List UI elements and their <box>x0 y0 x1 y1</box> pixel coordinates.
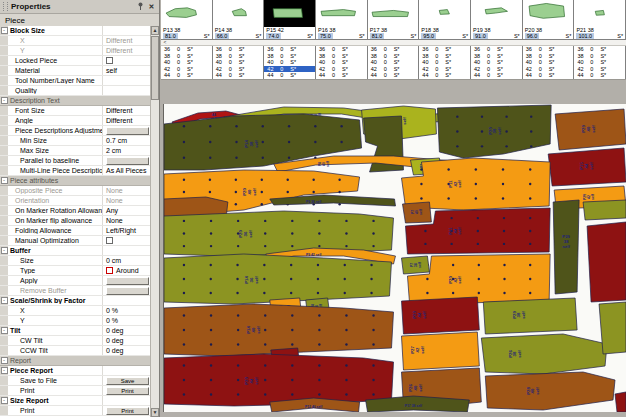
property-value[interactable]: Different <box>102 36 150 45</box>
size-row[interactable]: 360S* <box>213 46 264 53</box>
size-row[interactable]: 400S* <box>213 59 264 66</box>
property-value[interactable]: 0 cm <box>102 256 150 265</box>
piece-thumbnail[interactable]: P21 38101.0S* <box>574 0 626 39</box>
size-row[interactable]: 380S* <box>574 53 625 60</box>
size-row[interactable]: 360S* <box>161 46 212 53</box>
size-row[interactable]: 380S* <box>264 53 315 60</box>
property-value[interactable]: Different <box>102 106 150 115</box>
property-row[interactable]: Tool Number/Layer Name <box>0 76 150 86</box>
pin-icon[interactable] <box>136 2 145 11</box>
size-row[interactable]: 400S* <box>574 59 625 66</box>
collapse-icon[interactable]: - <box>1 297 8 304</box>
property-category-row[interactable]: -Piece attributes <box>0 176 150 186</box>
collapse-icon[interactable]: - <box>1 247 8 254</box>
size-row[interactable]: 380S* <box>316 53 367 60</box>
size-row[interactable]: 360S* <box>574 46 625 53</box>
size-row[interactable]: 420S* <box>368 66 419 73</box>
property-row[interactable]: Min Size0.7 cm <box>0 136 150 146</box>
size-row[interactable]: 360S* <box>419 46 470 53</box>
collapse-icon[interactable]: - <box>1 97 8 104</box>
marker-piece[interactable] <box>481 334 607 374</box>
size-row[interactable]: 440S* <box>419 72 470 79</box>
marker-piece[interactable] <box>615 392 626 412</box>
collapse-icon[interactable]: - <box>1 397 8 404</box>
collapse-icon[interactable]: - <box>1 27 8 34</box>
size-row[interactable]: 380S* <box>523 53 574 60</box>
scroll-left-button[interactable]: < <box>161 40 169 45</box>
collapse-icon[interactable]: - <box>1 177 8 184</box>
size-row[interactable]: 420S* <box>523 66 574 73</box>
size-row[interactable]: 360S* <box>316 46 367 53</box>
property-row[interactable]: PrintPrint <box>0 406 150 416</box>
property-group-row[interactable]: -Scale/Shrink by Factor <box>0 296 150 306</box>
property-value[interactable]: As All Pieces <box>102 166 150 175</box>
size-row[interactable]: 360S* <box>368 46 419 53</box>
size-row[interactable]: 400S* <box>368 59 419 66</box>
size-row[interactable]: 440S* <box>316 72 367 79</box>
property-row[interactable]: XDifferent <box>0 36 150 46</box>
piece-thumbnail[interactable]: P18 3895.0S* <box>419 0 471 39</box>
dock-grip[interactable] <box>3 2 8 11</box>
property-category-row[interactable]: -Report <box>0 356 150 366</box>
marker-piece[interactable] <box>164 211 394 256</box>
property-value[interactable]: Left/Right <box>102 226 150 235</box>
checkbox[interactable] <box>106 267 113 274</box>
property-value[interactable] <box>102 126 150 135</box>
property-group-row[interactable]: -Block Size <box>0 26 150 36</box>
property-value[interactable] <box>102 296 150 305</box>
property-row[interactable]: Font SizeDifferent <box>0 106 150 116</box>
property-value[interactable]: 0 deg <box>102 326 150 335</box>
property-value[interactable] <box>102 276 150 285</box>
property-value[interactable]: None <box>102 186 150 195</box>
collapse-icon[interactable]: - <box>1 367 8 374</box>
property-row[interactable]: CW Tilt0 deg <box>0 336 150 346</box>
property-row[interactable]: OrientationNone <box>0 196 150 206</box>
property-value[interactable]: 0 deg <box>102 346 150 355</box>
size-row[interactable]: 440S* <box>574 72 625 79</box>
property-group-row[interactable]: -Piece Report <box>0 366 150 376</box>
property-value[interactable]: Around <box>102 266 150 275</box>
property-value[interactable] <box>102 156 150 165</box>
property-row[interactable]: Piece Descriptions Adjustment <box>0 126 150 136</box>
property-value[interactable] <box>102 96 150 105</box>
property-value[interactable]: self <box>102 66 150 75</box>
piece-thumbnail[interactable]: P14 3866.0S* <box>213 0 265 39</box>
property-row[interactable]: On Marker Rotation AllowanceAny <box>0 206 150 216</box>
property-row[interactable]: Opposite PieceNone <box>0 186 150 196</box>
size-row[interactable]: 420S* <box>161 66 212 73</box>
property-value[interactable]: Save <box>102 376 150 385</box>
size-row[interactable]: 380S* <box>419 53 470 60</box>
size-row[interactable]: 400S* <box>419 59 470 66</box>
size-row[interactable]: 400S* <box>471 59 522 66</box>
property-row[interactable]: CCW Tilt0 deg <box>0 346 150 356</box>
size-row[interactable]: 440S* <box>471 72 522 79</box>
property-value[interactable] <box>102 246 150 255</box>
property-value[interactable] <box>102 56 150 65</box>
property-row[interactable]: PrintPrint <box>0 386 150 396</box>
property-row[interactable]: Max Size2 cm <box>0 146 150 156</box>
property-group-row[interactable]: -Size Report <box>0 396 150 406</box>
property-category-row[interactable]: -Description Text <box>0 96 150 106</box>
print-button[interactable]: Print <box>106 387 149 395</box>
size-row[interactable]: 380S* <box>368 53 419 60</box>
property-value[interactable]: Any <box>102 206 150 215</box>
close-icon[interactable]: ✕ <box>147 2 156 11</box>
property-value[interactable] <box>102 26 150 35</box>
property-row[interactable]: Y0 % <box>0 316 150 326</box>
size-row[interactable]: 440S* <box>213 72 264 79</box>
size-row[interactable]: 400S* <box>161 59 212 66</box>
property-row[interactable]: Save to FileSave <box>0 376 150 386</box>
property-value[interactable]: 0 % <box>102 306 150 315</box>
property-value[interactable] <box>102 176 150 185</box>
scroll-up-icon[interactable]: ▲ <box>151 26 159 35</box>
property-group-row[interactable]: -Tilt0 deg <box>0 326 150 336</box>
property-value[interactable]: None <box>102 216 150 225</box>
property-value[interactable]: Different <box>102 46 150 55</box>
property-row[interactable]: Materialself <box>0 66 150 76</box>
property-value[interactable] <box>102 366 150 375</box>
size-row[interactable]: 400S* <box>264 59 315 66</box>
size-row[interactable]: 400S* <box>523 59 574 66</box>
property-group-row[interactable]: -Buffer <box>0 246 150 256</box>
property-row[interactable]: Folding AllowanceLeft/Right <box>0 226 150 236</box>
property-value[interactable] <box>102 236 150 245</box>
